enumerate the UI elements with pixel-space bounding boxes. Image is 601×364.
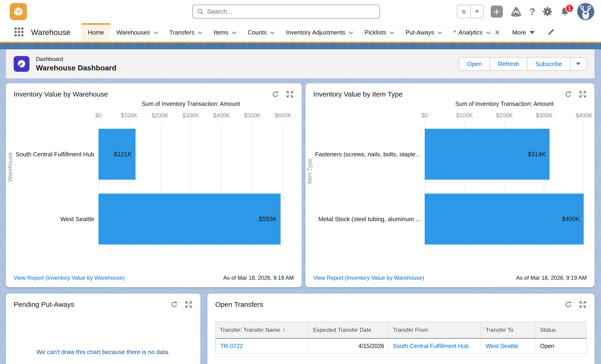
notifications-button[interactable]: 1 xyxy=(560,7,570,17)
page-title: Warehouse Dashboard xyxy=(36,64,116,72)
help-button[interactable]: ? xyxy=(530,7,535,17)
chevron-down-icon[interactable] xyxy=(270,30,275,34)
tab-warehouses[interactable]: Warehouses xyxy=(110,23,163,42)
global-actions-button[interactable]: + xyxy=(491,6,503,18)
dashboard-action-buttons: Open Refresh Subscribe xyxy=(459,57,587,71)
column-header-expected-date[interactable]: Expected Transfer Date xyxy=(308,322,388,338)
y-axis-title: Warehouse xyxy=(7,152,13,182)
chevron-down-icon[interactable] xyxy=(390,30,394,34)
tab-more[interactable]: More xyxy=(506,23,541,42)
chevron-down-icon[interactable] xyxy=(438,30,442,34)
chevron-down-icon[interactable] xyxy=(349,30,353,34)
favorites-menu-button[interactable] xyxy=(470,5,483,18)
favorite-star-icon[interactable]: ★ xyxy=(457,5,470,18)
x-axis-ticks: $0 $100K $200K $300K $400K $500K $600K xyxy=(99,110,283,122)
caret-down-icon xyxy=(530,31,535,34)
chevron-down-icon[interactable] xyxy=(486,30,490,34)
app-logo-icon xyxy=(10,3,27,20)
x-axis-ticks: $0 $100K $200K $300K $400K xyxy=(425,110,584,122)
bar-chart-item-type: Item Type Sum of Inventory Transaction: … xyxy=(305,100,594,251)
favorites-control: ★ xyxy=(457,5,484,18)
dashboard-gauge-icon xyxy=(14,56,30,72)
sort-ascending-icon: ↑ xyxy=(283,327,285,333)
cell-status: Open xyxy=(535,339,586,353)
column-header-transfer-from[interactable]: Transfer From xyxy=(388,322,481,338)
widget-expand-icon[interactable] xyxy=(579,301,587,308)
record-type-label: Dashboard xyxy=(36,56,116,62)
dashboard-content: Dashboard Warehouse Dashboard Open Refre… xyxy=(0,43,601,364)
tab-put-aways[interactable]: Put-Aways xyxy=(399,23,447,42)
open-transfers-table: Transfer: Transfer Name ↑ Expected Trans… xyxy=(215,321,587,354)
widget-pending-put-aways: Pending Put-Aways We can't draw this cha… xyxy=(6,294,200,364)
bar-west-seattle[interactable]: $593K xyxy=(99,194,280,245)
tab-analytics-temporary[interactable]: * Analytics × xyxy=(447,23,506,42)
tab-items[interactable]: Items xyxy=(207,23,241,42)
widget-expand-icon[interactable] xyxy=(185,301,192,308)
chevron-down-icon[interactable] xyxy=(232,30,236,34)
search-icon xyxy=(197,8,204,15)
page-header-titles: Dashboard Warehouse Dashboard xyxy=(36,56,116,72)
setup-gear-icon xyxy=(542,6,553,17)
widget-open-transfers: Open Transfers Transfer: Transfer Name xyxy=(207,294,594,364)
widget-title: Inventory Value by Warehouse xyxy=(14,90,108,98)
transfer-link[interactable]: TR-0722 xyxy=(220,343,243,349)
widget-refresh-icon[interactable] xyxy=(271,90,280,98)
plot-area: $314K $400K xyxy=(425,122,584,251)
edit-nav-pencil-icon[interactable] xyxy=(547,28,555,37)
category-label: Metal Stock (steel tubing, aluminum ... xyxy=(305,187,425,251)
search-input[interactable] xyxy=(207,8,375,15)
tab-picklists[interactable]: Picklists xyxy=(358,23,399,42)
open-button[interactable]: Open xyxy=(459,57,490,71)
chevron-down-icon[interactable] xyxy=(198,30,202,34)
chart-title: Sum of Inventory Transaction: Amount xyxy=(425,100,584,110)
view-report-link[interactable]: View Report (Inventory Value by Warehous… xyxy=(14,275,124,281)
widget-expand-icon[interactable] xyxy=(579,90,587,98)
tab-transfers[interactable]: Transfers xyxy=(163,23,208,42)
bar-south-central[interactable]: $121K xyxy=(99,129,136,180)
salesforce-warehouse-dashboard: ★ + ? xyxy=(0,0,601,364)
widget-expand-icon[interactable] xyxy=(286,90,294,98)
bar-metal-stock[interactable]: $400K xyxy=(425,194,584,245)
warehouse-link[interactable]: South Central Fulfillment Hub xyxy=(393,343,469,349)
cell-expected-date: 4/15/2026 xyxy=(308,339,388,353)
widget-refresh-icon[interactable] xyxy=(564,301,572,308)
tab-home[interactable]: Home xyxy=(81,23,110,42)
table-header-row: Transfer: Transfer Name ↑ Expected Trans… xyxy=(216,322,586,339)
widget-refresh-icon[interactable] xyxy=(564,90,572,98)
widget-title: Pending Put-Aways xyxy=(14,301,74,308)
app-nav-bar: Warehouse Home Warehouses Transfers Item… xyxy=(0,23,601,43)
warehouse-link[interactable]: West Seattle xyxy=(486,343,518,349)
category-label: South Central Fulfillment Hub xyxy=(6,122,99,187)
avatar-bear-image xyxy=(577,3,594,20)
package-box-icon xyxy=(13,6,24,17)
chevron-down-icon[interactable] xyxy=(154,30,158,34)
column-header-transfer-to[interactable]: Transfer To xyxy=(481,322,535,338)
category-label: West Seattle xyxy=(6,187,99,251)
tab-counts[interactable]: Counts xyxy=(241,23,280,42)
more-actions-button[interactable] xyxy=(570,57,587,71)
chart-title: Sum of Inventory Transaction: Amount xyxy=(99,100,283,110)
bar-value-label: $400K xyxy=(562,216,580,223)
tab-inventory-adjustments[interactable]: Inventory Adjustments xyxy=(280,23,358,42)
setup-gear-button[interactable] xyxy=(542,6,553,17)
bar-fasteners[interactable]: $314K xyxy=(425,129,550,180)
close-tab-icon[interactable]: × xyxy=(495,28,500,37)
column-header-status[interactable]: Status xyxy=(535,322,586,338)
view-report-link[interactable]: View Report (Inventory Value by Warehous… xyxy=(313,275,424,281)
dashboard-page-header: Dashboard Warehouse Dashboard Open Refre… xyxy=(6,49,594,79)
guidance-center-button[interactable] xyxy=(510,5,523,18)
unsaved-asterisk: * xyxy=(453,29,456,36)
refresh-button[interactable]: Refresh xyxy=(490,57,527,71)
global-header: ★ + ? xyxy=(0,0,601,23)
user-avatar[interactable] xyxy=(577,3,594,20)
y-axis-title: Item Type xyxy=(306,159,313,184)
plot-area: $121K $593K xyxy=(99,122,283,251)
bar-value-label: $593K xyxy=(259,216,277,223)
global-search xyxy=(192,5,380,19)
bar-chart-warehouse: Warehouse Sum of Inventory Transaction: … xyxy=(6,100,302,251)
app-launcher-waffle-icon[interactable] xyxy=(13,26,25,39)
column-header-transfer-name[interactable]: Transfer: Transfer Name ↑ xyxy=(216,322,308,338)
widget-refresh-icon[interactable] xyxy=(170,301,178,308)
as-of-timestamp: As of Mar 18, 2026, 9:19 AM xyxy=(223,275,294,281)
subscribe-button[interactable]: Subscribe xyxy=(527,57,571,71)
